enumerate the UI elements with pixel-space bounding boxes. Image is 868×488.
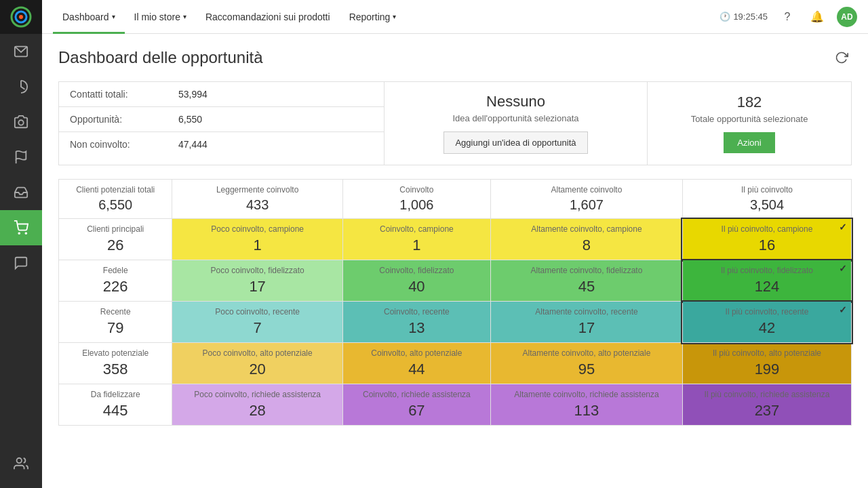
svg-point-2	[19, 15, 23, 19]
sidebar-item-mail[interactable]	[0, 34, 42, 69]
grid-cell-selected[interactable]: ✓ Il più coinvolto, recente 42	[682, 302, 851, 343]
grid-cell[interactable]: Poco coinvolto, fidelizzato 17	[172, 260, 342, 302]
stats-row: Contatti totali: 53,994 Opportunità: 6,5…	[58, 81, 852, 165]
grid-cell[interactable]: Coinvolto, campione 1	[342, 219, 490, 260]
sidebar-item-analytics[interactable]	[0, 69, 42, 104]
grid-cell[interactable]: Il più coinvolto, richiede assistenza 23…	[682, 384, 851, 426]
sidebar-item-chat[interactable]	[0, 245, 42, 281]
grid-cell-selected[interactable]: ✓ Il più coinvolto, campione 16	[682, 219, 851, 260]
nav-item-dashboard[interactable]: Dashboard ▾	[53, 0, 125, 34]
header-cell-light: Leggermente coinvolto 433	[172, 180, 342, 219]
notifications-button[interactable]: 🔔	[807, 7, 827, 27]
sidebar	[0, 0, 42, 488]
selected-checkmark: ✓	[839, 263, 847, 274]
avatar[interactable]: AD	[837, 7, 857, 27]
grid-cell[interactable]: Poco coinvolto, alto potenziale 20	[172, 343, 342, 384]
store-caret: ▾	[183, 13, 186, 20]
svg-point-7	[25, 232, 26, 234]
row-label-recent: Recente 79	[59, 302, 172, 343]
stat-non-involved: Non coinvolto: 47,444	[59, 132, 384, 157]
stat-contacts: Contatti totali: 53,994	[59, 82, 384, 107]
grid-cell[interactable]: Il più coinvolto, alto potenziale 199	[682, 343, 851, 384]
grid-cell[interactable]: Altamente coinvolto, recente 17	[490, 302, 682, 343]
nav-item-store[interactable]: Il mio store ▾	[125, 0, 196, 34]
sidebar-item-camera[interactable]	[0, 104, 42, 140]
refresh-button[interactable]	[831, 47, 852, 68]
opportunities-value: 6,550	[178, 114, 202, 125]
page-title-row: Dashboard delle opportunità	[58, 47, 852, 68]
selected-checkmark: ✓	[839, 304, 847, 315]
svg-point-6	[18, 232, 20, 234]
row-label-loyal: Fedele 226	[59, 260, 172, 302]
selected-checkmark: ✓	[839, 222, 847, 232]
reporting-caret: ▾	[393, 13, 396, 20]
svg-point-4	[18, 120, 23, 125]
table-row: Recente 79 Poco coinvolto, recente 7 Coi…	[59, 302, 852, 343]
grid-cell[interactable]: Coinvolto, fidelizzato 40	[342, 260, 490, 302]
grid-cell[interactable]: Poco coinvolto, campione 1	[172, 219, 342, 260]
row-label-champions: Clienti principali 26	[59, 219, 172, 260]
table-row: Da fidelizzare 445 Poco coinvolto, richi…	[59, 384, 852, 426]
stats-middle: Nessuno Idea dell'opportunità selezionat…	[384, 82, 648, 165]
topbar-right: 🕐 19:25:45 ? 🔔 AD	[719, 7, 857, 27]
nav-item-recommendations[interactable]: Raccomandazioni sui prodotti	[196, 0, 340, 34]
stats-right: 182 Totale opportunità selezionate Azion…	[648, 82, 851, 165]
selected-idea-label: Idea dell'opportunità selezionata	[452, 113, 578, 123]
table-row: Fedele 226 Poco coinvolto, fidelizzato 1…	[59, 260, 852, 302]
clock-icon: 🕐	[719, 12, 730, 22]
total-selected-num: 182	[737, 94, 762, 111]
contacts-value: 53,994	[178, 89, 208, 100]
topbar: Dashboard ▾ Il mio store ▾ Raccomandazio…	[42, 0, 868, 34]
sidebar-item-shopping[interactable]	[0, 210, 42, 245]
table-row: Clienti principali 26 Poco coinvolto, ca…	[59, 219, 852, 260]
grid-cell[interactable]: Poco coinvolto, richiede assistenza 28	[172, 384, 342, 426]
header-cell-most: Il più coinvolto 3,504	[682, 180, 851, 219]
table-row: Elevato potenziale 358 Poco coinvolto, a…	[59, 343, 852, 384]
header-cell-high: Altamente coinvolto 1,607	[490, 180, 682, 219]
selected-idea-num: Nessuno	[486, 93, 545, 110]
opportunities-label: Opportunità:	[70, 114, 178, 125]
non-involved-value: 47,444	[178, 139, 208, 150]
app-logo[interactable]	[0, 0, 42, 34]
grid-cell[interactable]: Altamente coinvolto, alto potenziale 95	[490, 343, 682, 384]
row-label-high-potential: Elevato potenziale 358	[59, 343, 172, 384]
grid-cell[interactable]: Coinvolto, richiede assistenza 67	[342, 384, 490, 426]
header-cell-total: Clienti potenziali totali 6,550	[59, 180, 172, 219]
nav-item-reporting[interactable]: Reporting ▾	[340, 0, 406, 34]
non-involved-label: Non coinvolto:	[70, 139, 178, 150]
stat-opportunities: Opportunità: 6,550	[59, 107, 384, 132]
sidebar-item-users-gear[interactable]	[0, 446, 42, 481]
grid-header-row: Clienti potenziali totali 6,550 Leggerme…	[59, 180, 852, 219]
header-cell-mid: Coinvolto 1,006	[342, 180, 490, 219]
svg-point-8	[17, 458, 22, 463]
total-selected-label: Totale opportunità selezionate	[691, 114, 808, 124]
add-idea-button[interactable]: Aggiungi un'idea di opportunità	[443, 131, 587, 154]
grid-cell[interactable]: Poco coinvolto, recente 7	[172, 302, 342, 343]
grid-cell[interactable]: Altamente coinvolto, campione 8	[490, 219, 682, 260]
contacts-label: Contatti totali:	[70, 89, 178, 100]
azioni-button[interactable]: Azioni	[724, 132, 774, 153]
dashboard-caret: ▾	[112, 13, 115, 20]
grid-cell[interactable]: Altamente coinvolto, fidelizzato 45	[490, 260, 682, 302]
grid-cell[interactable]: Coinvolto, recente 13	[342, 302, 490, 343]
sidebar-item-flag[interactable]	[0, 140, 42, 175]
clock: 🕐 19:25:45	[719, 12, 768, 22]
opportunity-grid: Clienti potenziali totali 6,550 Leggerme…	[58, 179, 852, 426]
main-content: Dashboard ▾ Il mio store ▾ Raccomandazio…	[42, 0, 868, 488]
grid-cell-selected[interactable]: ✓ Il più coinvolto, fidelizzato 124	[682, 260, 851, 302]
grid-cell[interactable]: Altamente coinvolto, richiede assistenza…	[490, 384, 682, 426]
page-title: Dashboard delle opportunità	[58, 48, 263, 67]
sidebar-item-inbox[interactable]	[0, 175, 42, 210]
row-label-to-retain: Da fidelizzare 445	[59, 384, 172, 426]
grid-cell[interactable]: Coinvolto, alto potenziale 44	[342, 343, 490, 384]
help-button[interactable]: ?	[777, 7, 797, 27]
nav: Dashboard ▾ Il mio store ▾ Raccomandazio…	[53, 0, 406, 34]
content-area: Dashboard delle opportunità Contatti tot…	[42, 34, 868, 488]
stats-left: Contatti totali: 53,994 Opportunità: 6,5…	[59, 82, 384, 165]
